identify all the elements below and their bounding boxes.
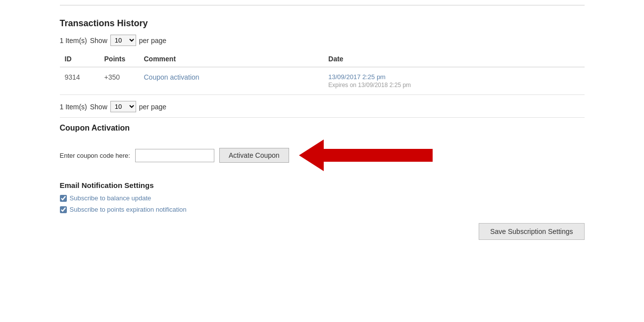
table-header: ID Points Comment Date <box>60 51 585 67</box>
checkbox-row: Subscribe to balance update <box>60 194 585 202</box>
col-header-id: ID <box>60 51 99 67</box>
col-header-date: Date <box>323 51 584 67</box>
top-pagination: 1 Item(s) Show 10 25 50 100 per page <box>60 35 585 46</box>
page-container: Transactions History 1 Item(s) Show 10 2… <box>50 0 594 250</box>
save-subscription-settings-button[interactable]: Save Subscription Settings <box>479 223 584 240</box>
arrow-head <box>299 139 324 171</box>
col-header-comment: Comment <box>139 51 324 67</box>
table-header-row: ID Points Comment Date <box>60 51 585 67</box>
save-settings-row: Save Subscription Settings <box>60 223 585 240</box>
bottom-show-label: Show <box>90 103 107 111</box>
email-section-title: Email Notification Settings <box>60 181 585 189</box>
transactions-history-title: Transactions History <box>60 13 585 29</box>
red-arrow-indicator <box>299 139 433 171</box>
expires-value: Expires on 13/09/2018 2:25 pm <box>328 82 579 89</box>
checkbox-row: Subscribe to points expiration notificat… <box>60 206 585 213</box>
table-cell-comment: Coupon activation <box>139 67 324 95</box>
coupon-section-title: Coupon Activation <box>60 124 585 133</box>
checkbox-label-0[interactable]: Subscribe to balance update <box>70 194 151 202</box>
table-cell-points: +350 <box>99 67 139 95</box>
col-header-points: Points <box>99 51 139 67</box>
top-show-label: Show <box>90 37 107 45</box>
coupon-activation-row: Enter coupon code here: Activate Coupon <box>60 139 585 171</box>
table-cell-id: 9314 <box>60 67 99 95</box>
table-body: 9314+350Coupon activation13/09/2017 2:25… <box>60 67 585 95</box>
checkbox-label-1[interactable]: Subscribe to points expiration notificat… <box>70 206 187 213</box>
bottom-per-page-label: per page <box>139 103 166 111</box>
top-items-count: 1 Item(s) <box>60 37 87 45</box>
top-per-page-select[interactable]: 10 25 50 100 <box>110 35 136 46</box>
checkboxes-container: Subscribe to balance updateSubscribe to … <box>60 194 585 213</box>
table-row: 9314+350Coupon activation13/09/2017 2:25… <box>60 67 585 95</box>
top-border <box>60 5 585 5</box>
date-value: 13/09/2017 2:25 pm <box>328 73 386 81</box>
bottom-per-page-select[interactable]: 10 25 50 100 <box>110 101 136 112</box>
transactions-table: ID Points Comment Date 9314+350Coupon ac… <box>60 51 585 95</box>
bottom-pagination: 1 Item(s) Show 10 25 50 100 per page <box>60 101 585 118</box>
checkbox-input-1[interactable] <box>60 206 67 213</box>
coupon-code-input[interactable] <box>135 149 214 162</box>
checkbox-input-0[interactable] <box>60 195 67 202</box>
bottom-items-count: 1 Item(s) <box>60 103 87 111</box>
top-per-page-label: per page <box>139 37 166 45</box>
table-cell-date: 13/09/2017 2:25 pmExpires on 13/09/2018 … <box>323 67 584 95</box>
arrow-body <box>324 149 433 162</box>
comment-link[interactable]: Coupon activation <box>144 73 199 81</box>
activate-coupon-button[interactable]: Activate Coupon <box>219 148 289 163</box>
coupon-label: Enter coupon code here: <box>60 152 130 159</box>
